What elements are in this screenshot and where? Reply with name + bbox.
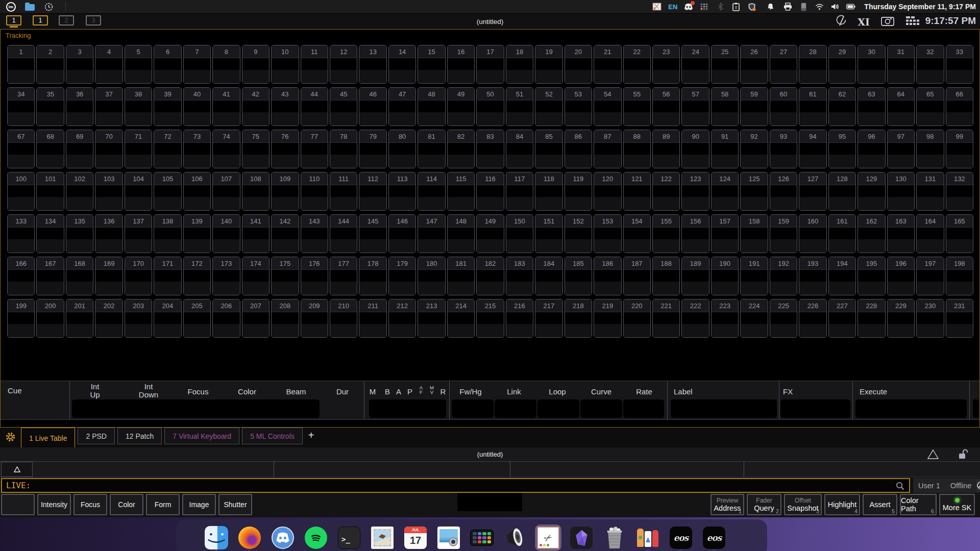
channel-cell[interactable]: 150 <box>506 214 533 253</box>
channel-cell[interactable]: 116 <box>476 172 504 211</box>
dock-photos-icon[interactable] <box>436 525 461 550</box>
channel-cell[interactable]: 226 <box>799 299 826 338</box>
channel-cell[interactable]: 107 <box>212 172 240 211</box>
printer-icon[interactable] <box>783 2 792 11</box>
tab-1-live-table[interactable]: 1 Live Table <box>21 428 75 448</box>
channel-cell[interactable]: 22 <box>623 45 651 84</box>
channel-cell[interactable]: 109 <box>271 172 299 211</box>
channel-cell[interactable]: 9 <box>242 45 270 84</box>
channel-cell[interactable]: 117 <box>506 172 533 211</box>
channel-cell[interactable]: 195 <box>857 257 885 295</box>
channel-cell[interactable]: 100 <box>7 172 35 211</box>
channel-cell[interactable]: 211 <box>359 299 386 338</box>
channel-cell[interactable]: 214 <box>447 299 475 338</box>
channel-cell[interactable]: 46 <box>359 87 386 126</box>
channel-cell[interactable]: 187 <box>623 257 651 295</box>
channel-cell[interactable]: 84 <box>506 130 533 168</box>
channel-cell[interactable]: 41 <box>212 87 240 126</box>
channel-cell[interactable]: 66 <box>946 87 973 126</box>
channel-cell[interactable]: 4 <box>95 45 122 84</box>
channel-cell[interactable]: 162 <box>857 214 885 253</box>
channel-cell[interactable]: 126 <box>770 172 797 211</box>
channel-cell[interactable]: 219 <box>594 299 621 338</box>
channel-cell[interactable]: 3 <box>66 45 93 84</box>
softkey-focus[interactable]: Focus <box>74 494 107 515</box>
channel-cell[interactable]: 49 <box>447 87 475 126</box>
triangle-icon[interactable] <box>927 449 939 462</box>
channel-cell[interactable]: 209 <box>301 299 328 338</box>
channel-cell[interactable]: 86 <box>565 130 592 168</box>
channel-cell[interactable]: 30 <box>857 45 885 84</box>
channel-cell[interactable]: 178 <box>359 257 386 295</box>
channel-cell[interactable]: 65 <box>916 87 944 126</box>
channel-cell[interactable]: 71 <box>125 130 152 168</box>
channel-cell[interactable]: 42 <box>242 87 270 126</box>
channel-cell[interactable]: 132 <box>946 172 973 211</box>
channel-cell[interactable]: 115 <box>447 172 475 211</box>
dock-eos-icon[interactable]: eos <box>669 525 693 550</box>
channel-cell[interactable]: 225 <box>770 299 797 338</box>
softkey-snapshot[interactable]: OffsetSnapshot3 <box>784 494 822 515</box>
channel-cell[interactable]: 142 <box>271 214 299 253</box>
softkey-address[interactable]: PreviewAddress1 <box>710 494 744 515</box>
app-grid-icon[interactable] <box>700 2 709 11</box>
channel-cell[interactable]: 216 <box>506 299 533 338</box>
channel-cell[interactable]: 72 <box>154 130 181 168</box>
channel-cell[interactable]: 122 <box>652 172 680 211</box>
channel-cell[interactable]: 56 <box>652 87 680 126</box>
channel-cell[interactable]: 186 <box>594 257 621 295</box>
channel-cell[interactable]: 40 <box>183 87 211 126</box>
channel-cell[interactable]: 91 <box>711 130 739 168</box>
search-icon[interactable] <box>895 481 905 493</box>
channel-cell[interactable]: 39 <box>154 87 181 126</box>
channel-cell[interactable]: 121 <box>623 172 651 211</box>
tab-2-psd[interactable]: 2 PSD <box>78 428 114 444</box>
channel-cell[interactable]: 210 <box>330 299 357 338</box>
channel-cell[interactable]: 31 <box>887 45 915 84</box>
channel-cell[interactable]: 173 <box>212 257 240 295</box>
channel-cell[interactable]: 127 <box>799 172 826 211</box>
channel-cell[interactable]: 62 <box>828 87 856 126</box>
channel-cell[interactable]: 55 <box>623 87 651 126</box>
channel-cell[interactable]: 103 <box>95 172 122 211</box>
channel-cell[interactable]: 44 <box>301 87 328 126</box>
menu-logo-icon[interactable]: lm <box>6 2 16 12</box>
channel-cell[interactable]: 220 <box>623 299 651 338</box>
channel-cell[interactable]: 16 <box>447 45 475 84</box>
channel-cell[interactable]: 58 <box>711 87 739 126</box>
channel-cell[interactable]: 167 <box>36 257 64 295</box>
channel-cell[interactable]: 222 <box>681 299 709 338</box>
channel-cell[interactable]: 104 <box>125 172 152 211</box>
channel-cell[interactable]: 95 <box>828 130 856 168</box>
channel-cell[interactable]: 206 <box>212 299 240 338</box>
volume-icon[interactable] <box>830 2 840 11</box>
channel-cell[interactable]: 47 <box>388 87 416 126</box>
hourglass-icon[interactable]: XI <box>857 16 870 28</box>
channel-cell[interactable]: 97 <box>887 130 915 168</box>
channel-cell[interactable]: 108 <box>242 172 270 211</box>
channel-cell[interactable]: 160 <box>799 214 826 253</box>
channel-cell[interactable]: 52 <box>535 87 562 126</box>
dock-firefox-icon[interactable] <box>237 525 262 550</box>
channel-cell[interactable]: 88 <box>623 130 651 168</box>
dock-trash-icon[interactable] <box>602 525 627 550</box>
channel-cell[interactable]: 59 <box>740 87 768 126</box>
channel-cell[interactable]: 26 <box>740 45 768 84</box>
channel-cell[interactable]: 15 <box>418 45 445 84</box>
channel-cell[interactable]: 148 <box>447 214 475 253</box>
channel-cell[interactable]: 6 <box>154 45 181 84</box>
channel-cell[interactable]: 159 <box>770 214 797 253</box>
channel-cell[interactable]: 94 <box>799 130 826 168</box>
dock-stream-deck-icon[interactable] <box>470 525 494 550</box>
channel-cell[interactable]: 82 <box>447 130 475 168</box>
channel-cell[interactable]: 155 <box>652 214 680 253</box>
channel-cell[interactable]: 184 <box>535 257 562 295</box>
channel-cell[interactable]: 136 <box>95 214 122 253</box>
channel-cell[interactable]: 68 <box>36 130 64 168</box>
channel-cell[interactable]: 105 <box>154 172 181 211</box>
channel-cell[interactable]: 152 <box>565 214 592 253</box>
channel-cell[interactable]: 185 <box>565 257 592 295</box>
channel-cell[interactable]: 202 <box>95 299 122 338</box>
channel-cell[interactable]: 67 <box>7 130 35 168</box>
dock-calendar-icon[interactable]: JUL17 <box>403 525 428 550</box>
